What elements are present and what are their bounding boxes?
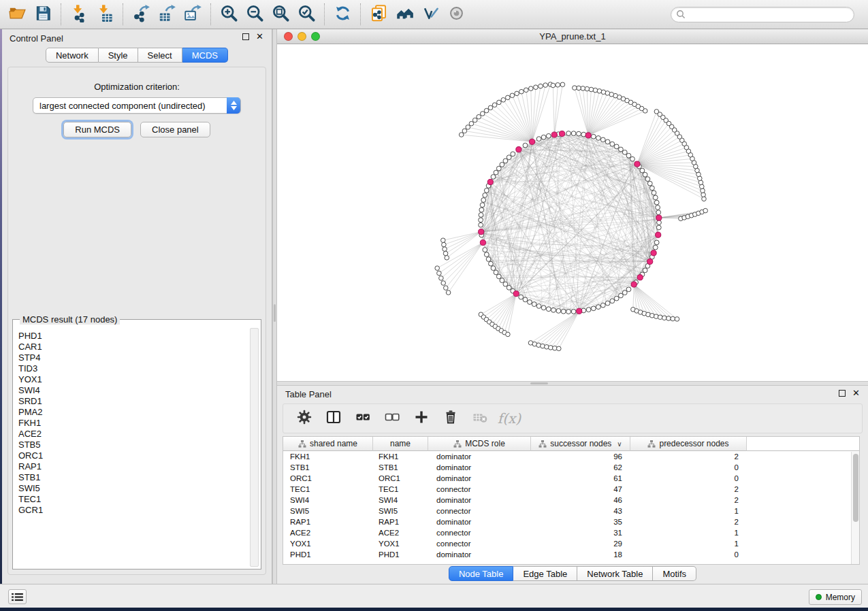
save-session-button[interactable] (30, 2, 56, 27)
tab-edge-table[interactable]: Edge Table (513, 566, 577, 581)
mcds-result-list[interactable]: PHD1CAR1STP4TID3YOX1SWI4SRD1PMA2FKH1ACE2… (14, 328, 249, 567)
zoom-fit-button[interactable] (268, 2, 293, 27)
table-row[interactable]: STB1STB1dominator620 (283, 462, 859, 473)
tab-style[interactable]: Style (99, 48, 138, 63)
mcds-result-node[interactable]: ACE2 (18, 429, 249, 440)
column-header-MCDS-role[interactable]: MCDS role (428, 437, 531, 451)
zoom-selected-button[interactable] (293, 2, 319, 27)
table-scrollbar[interactable] (851, 452, 859, 564)
table-row[interactable]: ORC1ORC1dominator610 (283, 473, 859, 484)
network-view-canvas[interactable] (277, 44, 868, 381)
mcds-hub-node[interactable] (634, 161, 640, 167)
mcds-hub-node[interactable] (560, 131, 565, 136)
close-table-panel-icon[interactable]: ✕ (852, 390, 860, 397)
vertical-splitter[interactable] (272, 29, 277, 584)
select-all-button[interactable] (353, 409, 372, 428)
mcds-result-node[interactable]: CAR1 (18, 342, 249, 352)
open-file-button[interactable] (4, 2, 30, 27)
horizontal-splitter[interactable] (277, 381, 868, 386)
settings-gear-button[interactable] (295, 409, 314, 428)
memory-button[interactable]: Memory (809, 589, 862, 605)
mcds-hub-node[interactable] (631, 282, 637, 287)
network-window-titlebar[interactable]: YPA_prune.txt_1 (277, 29, 868, 44)
mcds-result-node[interactable]: STB5 (18, 440, 249, 450)
mcds-hub-node[interactable] (637, 275, 643, 280)
show-columns-button[interactable] (324, 409, 343, 428)
mcds-hub-node[interactable] (651, 250, 656, 256)
table-row[interactable]: SWI5SWI5connector431 (283, 506, 859, 516)
column-header-predecessor-nodes[interactable]: predecessor nodes (630, 437, 747, 451)
export-network-button[interactable] (128, 2, 154, 27)
table-row[interactable]: PHD1PHD1dominator180 (283, 549, 859, 560)
import-network-button[interactable] (66, 2, 92, 27)
mcds-result-node[interactable]: FKH1 (18, 418, 249, 429)
float-table-panel-icon[interactable] (839, 390, 846, 397)
mcds-result-node[interactable]: PHD1 (18, 331, 249, 342)
close-panel-icon[interactable]: ✕ (256, 33, 263, 40)
search-input[interactable] (671, 7, 854, 22)
mcds-result-node[interactable]: SWI4 (18, 385, 249, 396)
export-table-button[interactable] (154, 2, 180, 27)
run-mcds-button[interactable]: Run MCDS (63, 122, 131, 137)
show-hide-details-button[interactable] (443, 2, 469, 27)
new-network-from-selection-button[interactable] (366, 2, 391, 27)
mcds-hub-node[interactable] (513, 291, 519, 297)
mcds-result-node[interactable]: PMA2 (18, 407, 249, 418)
tab-motifs[interactable]: Motifs (653, 566, 696, 581)
mcds-hub-node[interactable] (516, 147, 521, 152)
mcds-result-node[interactable]: STP4 (18, 352, 249, 363)
mcds-result-node[interactable]: STB1 (18, 472, 249, 483)
delete-column-button[interactable] (441, 409, 460, 428)
import-table-button[interactable] (92, 2, 118, 27)
mcds-result-node[interactable]: GCR1 (18, 505, 249, 516)
task-history-button[interactable] (8, 589, 27, 604)
mcds-hub-node[interactable] (656, 215, 662, 220)
table-row[interactable]: ACE2ACE2connector311 (283, 527, 859, 538)
mcds-hub-node[interactable] (487, 179, 493, 184)
mcds-hub-node[interactable] (647, 259, 653, 264)
mcds-result-node[interactable]: SRD1 (18, 396, 249, 407)
add-column-button[interactable] (412, 409, 431, 428)
graphics-details-button[interactable] (417, 2, 443, 27)
tab-mcds[interactable]: MCDS (182, 48, 228, 63)
tab-network[interactable]: Network (46, 48, 99, 63)
first-neighbors-button[interactable] (391, 2, 417, 27)
mcds-hub-node[interactable] (479, 229, 484, 235)
window-minimize-traffic-light[interactable] (298, 32, 306, 41)
mcds-result-node[interactable]: SWI5 (18, 483, 249, 494)
close-panel-button[interactable]: Close panel (140, 122, 210, 137)
table-row[interactable]: SWI4SWI4dominator462 (283, 495, 859, 506)
mcds-hub-node[interactable] (585, 133, 591, 138)
table-row[interactable]: RAP1RAP1dominator352 (283, 516, 859, 527)
mcds-tab-content: Optimization criterion: largest connecte… (7, 67, 266, 575)
column-header-shared-name[interactable]: shared name (283, 437, 373, 451)
apply-preferred-layout-button[interactable] (329, 2, 355, 27)
window-zoom-traffic-light[interactable] (311, 32, 320, 41)
table-row[interactable]: TEC1TEC1connector472 (283, 484, 859, 495)
tab-select[interactable]: Select (138, 48, 182, 63)
tab-network-table[interactable]: Network Table (577, 566, 653, 581)
float-panel-icon[interactable] (242, 33, 249, 40)
mcds-hub-node[interactable] (577, 308, 582, 314)
deselect-all-button[interactable] (383, 409, 402, 428)
mcds-hub-node[interactable] (551, 132, 557, 137)
mcds-hub-node[interactable] (530, 139, 535, 144)
table-row[interactable]: FKH1FKH1dominator962 (283, 451, 859, 462)
export-image-button[interactable] (180, 2, 206, 27)
mcds-result-node[interactable]: YOX1 (18, 374, 249, 385)
mcds-result-node[interactable]: TID3 (18, 363, 249, 374)
mcds-result-node[interactable]: TEC1 (18, 494, 249, 505)
column-header-name[interactable]: name (373, 437, 428, 451)
optimization-criterion-select[interactable]: largest connected component (undirected) (33, 97, 241, 114)
mcds-hub-node[interactable] (656, 232, 661, 237)
mcds-hub-node[interactable] (480, 240, 485, 245)
tab-node-table[interactable]: Node Table (449, 566, 514, 581)
zoom-in-button[interactable] (216, 2, 242, 27)
mcds-result-scrollbar[interactable] (250, 328, 259, 567)
mcds-result-node[interactable]: RAP1 (18, 461, 249, 472)
window-close-traffic-light[interactable] (284, 32, 293, 41)
column-header-successor-nodes[interactable]: successor nodes∨ (531, 437, 630, 451)
mcds-result-node[interactable]: ORC1 (18, 450, 249, 461)
zoom-out-button[interactable] (242, 2, 268, 27)
table-row[interactable]: YOX1YOX1connector291 (283, 538, 859, 549)
